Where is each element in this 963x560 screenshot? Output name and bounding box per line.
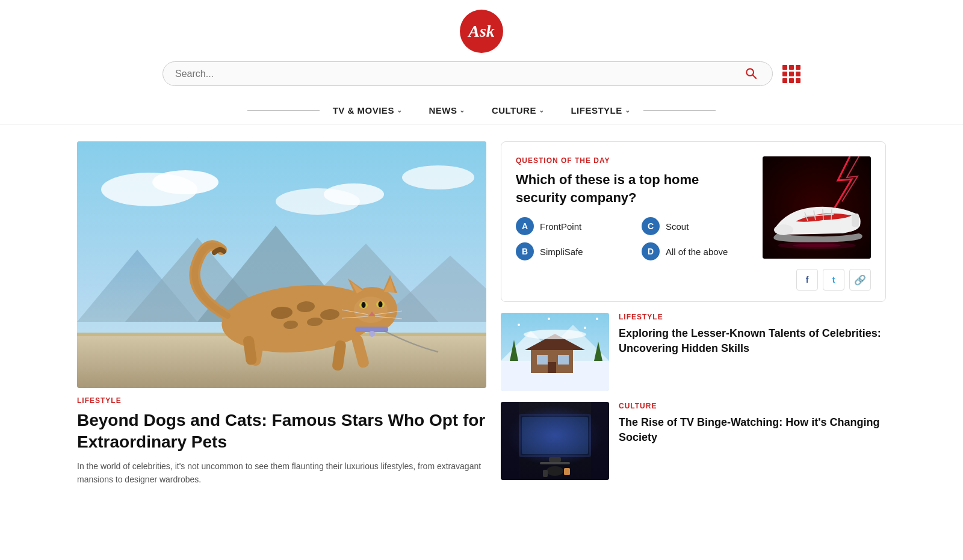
article-card-category-lifestyle: LIFESTYLE xyxy=(619,313,886,321)
facebook-share-button[interactable]: f xyxy=(796,269,818,291)
chevron-down-icon: ⌄ xyxy=(459,106,465,114)
search-bar-container xyxy=(150,61,813,86)
svg-point-26 xyxy=(354,297,388,323)
svg-point-0 xyxy=(746,69,754,76)
right-column: QUESTION OF THE DAY Which of these is a … xyxy=(501,141,886,487)
svg-point-64 xyxy=(518,324,520,326)
svg-line-1 xyxy=(753,75,756,78)
search-button[interactable] xyxy=(741,67,760,81)
grid-menu-button[interactable] xyxy=(773,65,800,83)
featured-article-title: Beyond Dogs and Cats: Famous Stars Who O… xyxy=(77,410,486,454)
option-c-circle: C xyxy=(642,217,660,235)
article-thumb-lifestyle xyxy=(501,313,609,391)
qotd-content: QUESTION OF THE DAY Which of these is a … xyxy=(516,156,753,260)
article-thumb-culture xyxy=(501,402,609,480)
nav-label-culture: CULTURE xyxy=(492,105,536,115)
option-c-text: Scout xyxy=(666,221,689,232)
svg-rect-58 xyxy=(537,355,548,365)
svg-point-30 xyxy=(379,301,383,307)
nav-item-tv-movies[interactable]: TV & MOVIES ⌄ xyxy=(320,97,416,124)
svg-point-48 xyxy=(774,224,793,235)
nav-label-news: NEWS xyxy=(429,105,457,115)
svg-rect-73 xyxy=(549,457,561,462)
option-d-circle: D xyxy=(642,242,660,260)
svg-point-29 xyxy=(362,302,366,308)
qotd-option-b[interactable]: B SimpliSafe xyxy=(516,242,627,260)
chevron-down-icon: ⌄ xyxy=(539,106,545,114)
svg-rect-59 xyxy=(558,355,569,365)
twitter-share-button[interactable]: t xyxy=(823,269,844,291)
svg-point-6 xyxy=(324,183,384,205)
article-card-content-culture: CULTURE The Rise of TV Binge-Watching: H… xyxy=(619,402,886,445)
search-bar xyxy=(163,61,773,86)
nav-item-lifestyle[interactable]: LIFESTYLE ⌄ xyxy=(557,97,643,124)
svg-rect-79 xyxy=(591,402,609,480)
svg-point-7 xyxy=(402,165,474,189)
logo-text: Ask xyxy=(468,22,495,41)
article-card-title-lifestyle: Exploring the Lesser-Known Talents of Ce… xyxy=(619,326,886,355)
svg-point-65 xyxy=(548,318,550,320)
qotd-image xyxy=(763,156,871,259)
nav-item-culture[interactable]: CULTURE ⌄ xyxy=(478,97,558,124)
nav-line-left xyxy=(247,110,320,111)
main-content: LIFESTYLE Beyond Dogs and Cats: Famous S… xyxy=(60,141,903,487)
svg-point-61 xyxy=(524,330,586,339)
header: Ask TV & MOVIES ⌄ xyxy=(0,0,963,125)
twitter-icon: t xyxy=(832,275,835,285)
copy-link-button[interactable]: 🔗 xyxy=(849,269,871,291)
svg-point-51 xyxy=(793,244,841,247)
facebook-icon: f xyxy=(806,275,809,285)
svg-point-67 xyxy=(596,318,598,320)
option-a-text: FrontPoint xyxy=(540,221,581,232)
option-d-text: All of the above xyxy=(666,247,728,257)
nav-line-right xyxy=(643,110,716,111)
featured-article-category: LIFESTYLE xyxy=(77,396,486,405)
article-card-title-culture: The Rise of TV Binge-Watching: How it's … xyxy=(619,415,886,445)
search-input[interactable] xyxy=(175,69,741,79)
logo[interactable]: Ask xyxy=(460,10,503,53)
nav-label-tv-movies: TV & MOVIES xyxy=(333,105,394,115)
qotd-option-d[interactable]: D All of the above xyxy=(642,242,753,260)
svg-point-75 xyxy=(547,466,563,476)
nav-item-news[interactable]: NEWS ⌄ xyxy=(415,97,478,124)
article-card-culture: CULTURE The Rise of TV Binge-Watching: H… xyxy=(501,402,886,480)
svg-point-41 xyxy=(369,331,375,337)
chevron-down-icon: ⌄ xyxy=(625,106,631,114)
qotd-top: QUESTION OF THE DAY Which of these is a … xyxy=(516,156,871,260)
featured-image xyxy=(77,141,486,388)
svg-point-66 xyxy=(584,327,586,329)
article-card-lifestyle: LIFESTYLE Exploring the Lesser-Known Tal… xyxy=(501,313,886,391)
featured-article-excerpt: In the world of celebrities, it's not un… xyxy=(77,460,486,487)
svg-rect-78 xyxy=(501,402,519,480)
main-nav: TV & MOVIES ⌄ NEWS ⌄ CULTURE ⌄ LIFESTYLE… xyxy=(0,97,963,125)
svg-rect-60 xyxy=(548,362,556,373)
featured-article: LIFESTYLE Beyond Dogs and Cats: Famous S… xyxy=(77,141,486,487)
chevron-down-icon: ⌄ xyxy=(397,106,403,114)
svg-point-72 xyxy=(507,405,603,466)
qotd-option-c[interactable]: C Scout xyxy=(642,217,753,235)
grid-icon xyxy=(782,65,800,83)
search-icon xyxy=(745,67,757,79)
option-b-circle: B xyxy=(516,242,534,260)
qotd-card: QUESTION OF THE DAY Which of these is a … xyxy=(501,141,886,302)
option-b-text: SimpliSafe xyxy=(540,247,583,257)
article-card-category-culture: CULTURE xyxy=(619,402,886,410)
qotd-question: Which of these is a top home security co… xyxy=(516,171,753,206)
link-icon: 🔗 xyxy=(854,274,866,286)
svg-rect-76 xyxy=(564,468,570,475)
svg-rect-74 xyxy=(540,462,570,464)
qotd-option-a[interactable]: A FrontPoint xyxy=(516,217,627,235)
svg-point-4 xyxy=(152,170,218,194)
qotd-options: A FrontPoint C Scout B SimpliSafe D xyxy=(516,217,753,260)
svg-rect-49 xyxy=(852,214,859,227)
option-a-circle: A xyxy=(516,217,534,235)
article-card-content-lifestyle: LIFESTYLE Exploring the Lesser-Known Tal… xyxy=(619,313,886,355)
qotd-label: QUESTION OF THE DAY xyxy=(516,156,753,165)
nav-label-lifestyle: LIFESTYLE xyxy=(571,105,622,115)
qotd-actions: f t 🔗 xyxy=(516,269,871,291)
svg-rect-77 xyxy=(543,470,548,477)
